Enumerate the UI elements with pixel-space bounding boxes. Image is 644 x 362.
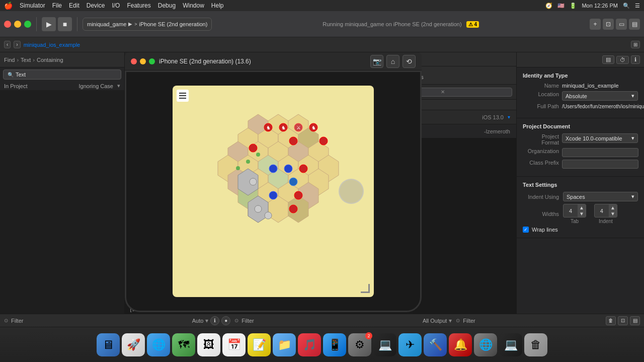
- device-name-label: iPhone SE (2nd generation) (13.6): [159, 58, 251, 65]
- dock-safari[interactable]: 🌐: [147, 333, 170, 356]
- nav-back-button[interactable]: ‹: [4, 41, 11, 48]
- file-menu[interactable]: File: [52, 2, 62, 9]
- log-btn-1[interactable]: 🗑: [606, 316, 616, 325]
- apple-menu[interactable]: 🍎: [4, 2, 13, 10]
- svg-point-48: [289, 178, 297, 186]
- inspector-tab2[interactable]: ⏱: [616, 56, 629, 64]
- fullpath-row: Full Path /Users/fedor/fun/zemeroth/ios/…: [523, 103, 638, 110]
- inspector-tab1[interactable]: ▤: [602, 55, 614, 64]
- search-icon[interactable]: 🔍: [623, 3, 630, 9]
- game-menu-button[interactable]: [177, 90, 189, 102]
- log-btn-2[interactable]: ⊡: [618, 316, 628, 325]
- simulator-menu[interactable]: Simulator: [20, 2, 45, 9]
- search-box[interactable]: 🔍: [3, 69, 121, 80]
- dock-xcode[interactable]: 🔨: [424, 333, 447, 356]
- clear-search-button[interactable]: ✕: [441, 89, 445, 95]
- left-sidebar: Find › Text › Containing 🔍 In Project Ig…: [0, 52, 125, 349]
- log-btn-3[interactable]: ▤: [630, 316, 640, 325]
- resize-handle[interactable]: [361, 284, 370, 293]
- device-menu[interactable]: Device: [87, 2, 105, 9]
- location-dropdown[interactable]: Absolute ▾: [562, 91, 638, 101]
- layout-button2[interactable]: ▭: [616, 19, 627, 30]
- dock-launchpad[interactable]: 🚀: [122, 333, 145, 356]
- inspector-tab3[interactable]: ℹ: [631, 55, 640, 64]
- sidebar-content: [0, 90, 124, 349]
- chevron-down-icon2: ▾: [631, 93, 634, 99]
- dock-terminal1[interactable]: 💻: [373, 333, 396, 356]
- dock-misc[interactable]: 🌐: [474, 333, 497, 356]
- run-button[interactable]: ▶: [42, 17, 56, 31]
- dock-calendar[interactable]: 📅: [222, 333, 246, 356]
- search-input[interactable]: [16, 71, 96, 78]
- edit-menu[interactable]: Edit: [69, 2, 79, 9]
- svg-point-46: [269, 165, 277, 173]
- device-close-btn[interactable]: [131, 58, 137, 64]
- dock-telegram[interactable]: ✈: [398, 333, 422, 356]
- dock-notes[interactable]: 📝: [248, 333, 271, 356]
- window-menu[interactable]: Window: [183, 2, 204, 9]
- organization-input[interactable]: [562, 148, 638, 157]
- dock-trash[interactable]: 🗑: [524, 333, 547, 356]
- project-format-dropdown[interactable]: Xcode 10.0-compatible ▾: [562, 133, 638, 143]
- svg-point-42: [249, 144, 257, 152]
- rotate-button[interactable]: ⟲: [403, 55, 416, 68]
- dock-maps[interactable]: 🗺: [172, 333, 195, 356]
- dock-finder[interactable]: 🖥: [97, 333, 120, 356]
- info-button[interactable]: ℹ: [210, 316, 219, 325]
- scheme-label: miniquad_game: [87, 21, 126, 27]
- dock-music[interactable]: 🎵: [298, 333, 321, 356]
- controls-icon[interactable]: ☰: [635, 3, 640, 9]
- toolbar-separator2: [77, 17, 77, 31]
- debug-menu[interactable]: Debug: [158, 2, 176, 9]
- in-project-label[interactable]: In Project: [4, 83, 27, 89]
- wrap-lines-checkbox[interactable]: ✓: [523, 227, 529, 233]
- home-button[interactable]: ⌂: [386, 55, 399, 68]
- layout-button3[interactable]: ▤: [629, 19, 640, 30]
- device-minimize-btn[interactable]: [140, 58, 146, 64]
- device-maximize-btn[interactable]: [149, 58, 155, 64]
- maximize-button[interactable]: [24, 21, 31, 28]
- stepper-arrows[interactable]: ▲ ▼: [578, 204, 586, 217]
- all-output-label: All Output: [423, 318, 447, 324]
- add-tab-button[interactable]: +: [590, 19, 601, 30]
- io-menu[interactable]: I/O: [112, 2, 120, 9]
- scheme-selector[interactable]: miniquad_game ▶ > iPhone SE (2nd generat…: [83, 18, 212, 31]
- tab-width-stepper[interactable]: 4 ▲ ▼: [563, 204, 586, 218]
- dock-bezel[interactable]: 🔔: [449, 333, 472, 356]
- svg-text:♞: ♞: [281, 125, 286, 130]
- stop-button[interactable]: ■: [58, 17, 72, 31]
- containing-label[interactable]: Containing: [37, 57, 63, 63]
- name-row: Name miniquad_ios_example: [523, 83, 638, 89]
- find-label: Find: [4, 57, 15, 63]
- indent-label: Indent: [599, 219, 613, 224]
- iphone-screen: ♞ ♞ ⚔ ♞: [173, 86, 374, 297]
- dock-appstore[interactable]: 📱: [323, 333, 346, 356]
- chevron-down-icon[interactable]: ▾: [117, 83, 120, 89]
- screenshot-button[interactable]: 📷: [370, 55, 383, 68]
- ignoring-case-label[interactable]: Ignoring Case: [79, 83, 114, 89]
- minimize-button[interactable]: [14, 21, 21, 28]
- dock-terminal2[interactable]: 💻: [499, 333, 522, 356]
- filter-label-3: Filter: [463, 318, 475, 324]
- help-menu[interactable]: Help: [211, 2, 224, 9]
- joystick[interactable]: [339, 179, 364, 204]
- record-button[interactable]: ●: [221, 316, 230, 325]
- indent-width-stepper[interactable]: 4 ▲ ▼: [594, 204, 617, 218]
- dock-photos[interactable]: 🖼: [197, 333, 220, 356]
- center-status: ⊙ Filter: [234, 318, 419, 324]
- nav-forward-button[interactable]: ›: [14, 41, 20, 48]
- close-button[interactable]: [4, 21, 11, 28]
- text-label[interactable]: Text: [21, 57, 31, 63]
- dock-files[interactable]: 📁: [273, 333, 296, 356]
- window-controls: [4, 21, 31, 28]
- class-prefix-input[interactable]: [562, 160, 638, 169]
- expand-button[interactable]: ⊞: [631, 41, 640, 48]
- indent-width-value: 4: [595, 207, 609, 215]
- layout-button1[interactable]: ⊡: [603, 19, 614, 30]
- indent-dropdown[interactable]: Spaces ▾: [563, 192, 638, 201]
- wrap-lines-row: ✓ Wrap lines: [523, 227, 638, 233]
- fullpath-label: Full Path: [523, 103, 559, 109]
- dock-settings[interactable]: ⚙ 2: [348, 333, 371, 356]
- features-menu[interactable]: Features: [127, 2, 150, 9]
- indent-stepper-arrows[interactable]: ▲ ▼: [609, 204, 617, 217]
